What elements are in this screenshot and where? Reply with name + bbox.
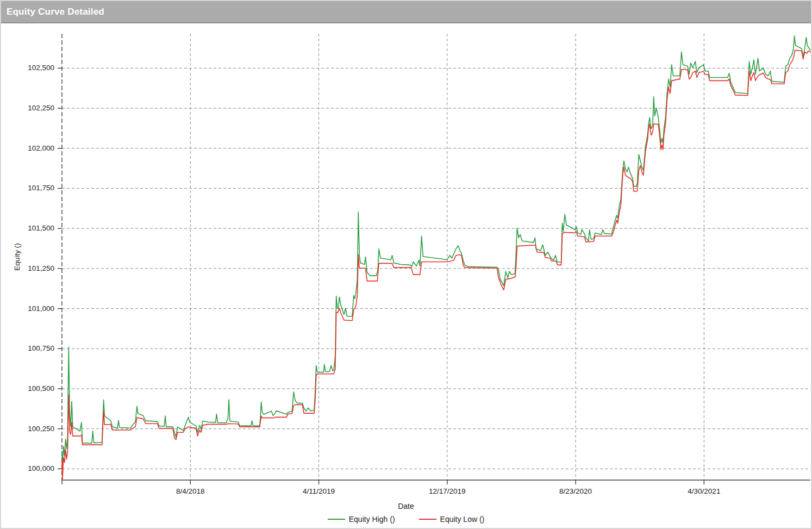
equity-low-series-line: [62, 50, 810, 480]
equity-high-label: Equity High (): [349, 515, 395, 524]
y-tick-label: 102,250: [2, 104, 54, 112]
equity-low-label: Equity Low (): [440, 515, 485, 524]
y-tick-label: 101,750: [2, 184, 54, 192]
equity-high-series-line: [62, 36, 810, 466]
legend: Equity High () Equity Low (): [2, 515, 810, 524]
y-tick-label: 100,500: [2, 384, 54, 393]
x-tick-label: 8/4/2018: [152, 487, 228, 495]
equity-high-line-swatch: [328, 519, 345, 520]
y-tick-label: 101,000: [2, 304, 54, 313]
legend-item-equity-high: Equity High (): [328, 515, 395, 524]
y-tick-label: 101,500: [2, 224, 54, 232]
x-tick-label: 12/17/2019: [409, 487, 485, 495]
y-tick-label: 100,250: [2, 425, 54, 433]
y-tick-label: 102,000: [2, 144, 54, 152]
equity-curve-window: Equity Curve Detailed Equity () 100,0001…: [0, 0, 812, 529]
legend-item-equity-low: Equity Low (): [419, 515, 485, 524]
equity-curve-plot[interactable]: [2, 26, 812, 529]
y-tick-label: 100,000: [2, 464, 54, 472]
window-titlebar[interactable]: Equity Curve Detailed: [1, 1, 811, 23]
y-tick-label: 100,750: [2, 344, 54, 352]
x-tick-label: 8/23/2020: [538, 487, 614, 495]
y-tick-label: 101,250: [2, 264, 54, 272]
chart-area: Equity () 100,000100,250100,500100,75010…: [2, 26, 810, 527]
y-tick-label: 102,500: [2, 64, 54, 72]
equity-low-line-swatch: [419, 519, 436, 520]
window-title: Equity Curve Detailed: [1, 7, 104, 17]
x-axis-title: Date: [2, 502, 810, 511]
x-tick-label: 4/11/2019: [281, 487, 357, 495]
x-tick-label: 4/30/2021: [666, 487, 742, 495]
